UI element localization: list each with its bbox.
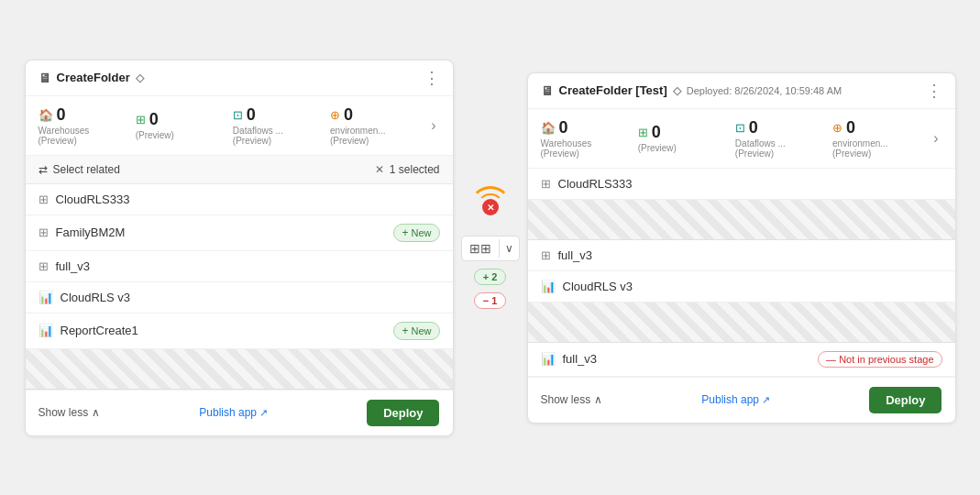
left-stat-warehouse-label: Warehouses(Preview): [39, 126, 90, 146]
right-card-header: 🖥 CreateFolder [Test] ◇ Deployed: 8/26/2…: [528, 73, 955, 109]
left-stat-warehouses: 🏠 0 Warehouses(Preview): [39, 105, 136, 146]
bar-icon: 📊: [39, 324, 53, 337]
left-stat-warehouse-val: 0: [57, 105, 66, 125]
bar-icon: 📊: [541, 280, 556, 293]
select-related-right: ✕ 1 selected: [375, 163, 440, 176]
right-stat-preview: ⊞ 0 (Preview): [638, 123, 735, 153]
list-item[interactable]: ⊞ CloudRLS333: [26, 184, 453, 215]
right-stat-dataflows-label: Dataflows ...(Preview): [735, 138, 786, 159]
left-card-title: 🖥 CreateFolder ◇: [39, 71, 144, 85]
env-icon-right: ⊕: [832, 121, 842, 135]
right-stat-warehouse-val: 0: [559, 118, 568, 138]
grid-icon: ⊞: [541, 177, 551, 191]
warehouse-icon-left: 🏠: [39, 108, 53, 122]
bar-icon: 📊: [39, 291, 53, 304]
compare-chevron-btn[interactable]: ∨: [500, 237, 519, 259]
left-stat-env: ⊕ 0 environmen...(Preview): [330, 105, 427, 146]
diff-badge-plus: + 2: [474, 269, 507, 285]
clear-selection-btn[interactable]: ✕: [375, 163, 384, 176]
left-card-menu[interactable]: ⋮: [424, 70, 440, 86]
right-stat-dataflows: ⊡ 0 Dataflows ...(Preview): [735, 118, 832, 159]
right-card-title-text: CreateFolder [Test]: [559, 83, 667, 97]
left-stat-env-val: 0: [344, 105, 353, 125]
external-link-icon: ↗: [259, 407, 268, 419]
item-left: ⊞ full_v3: [39, 259, 91, 273]
list-item[interactable]: ⊞ FamilyBM2M + New: [26, 215, 453, 251]
left-items-list: ⊞ CloudRLS333 ⊞ FamilyBM2M + New ⊞ full_…: [26, 184, 453, 390]
compare-toggle-btn[interactable]: ⊞⊞: [462, 236, 499, 260]
right-stat-warehouses: 🏠 0 Warehouses(Preview): [541, 118, 638, 159]
select-related-label: Select related: [53, 163, 120, 176]
share-icon: ⇄: [39, 163, 48, 176]
item-name: full_v3: [558, 248, 593, 262]
grid-icon: ⊞: [39, 226, 49, 239]
list-item[interactable]: 📊 ReportCreate1 + New: [26, 314, 453, 349]
right-show-less-button[interactable]: Show less ∧: [541, 393, 603, 406]
right-stat-preview-val: 0: [652, 123, 661, 142]
x-circle: ✕: [482, 199, 499, 215]
right-show-less-label: Show less: [541, 393, 591, 406]
dataflows-icon-right: ⊡: [735, 121, 745, 135]
warehouse-icon-right: 🏠: [541, 121, 556, 135]
left-stats-arrow[interactable]: ›: [427, 114, 439, 138]
deploy-button[interactable]: Deploy: [367, 400, 439, 426]
grid-icon: ⊞: [541, 248, 551, 262]
list-item[interactable]: ⊞ full_v3: [26, 251, 453, 282]
list-item[interactable]: 📊 CloudRLS v3: [26, 282, 453, 314]
badge-new: + New: [393, 224, 439, 242]
badge-not-prev: — Not in previous stage: [818, 351, 941, 368]
preview-icon-right: ⊞: [638, 126, 648, 139]
right-stat-warehouse-label: Warehouses(Preview): [541, 138, 592, 159]
chevron-up-icon-right: ∧: [594, 393, 602, 406]
diff-badge-minus: − 1: [474, 292, 507, 309]
left-stat-dataflows-val: 0: [247, 105, 256, 125]
list-item[interactable]: ⊞ full_v3: [528, 240, 955, 271]
left-stat-env-label: environmen...(Preview): [330, 126, 386, 146]
list-item[interactable]: 📊 full_v3 — Not in previous stage: [528, 343, 955, 377]
left-card-title-text: CreateFolder: [57, 71, 130, 84]
item-name: CloudRLS v3: [563, 280, 633, 293]
striped-placeholder-2: [528, 302, 955, 343]
right-items-list: ⊞ CloudRLS333 ⊞ full_v3 📊 CloudRLS v3: [528, 169, 955, 377]
item-name: FamilyBM2M: [56, 226, 126, 239]
right-card-menu[interactable]: ⋮: [926, 82, 942, 99]
select-related-bar: ⇄ Select related ✕ 1 selected: [26, 156, 453, 184]
right-card-title: 🖥 CreateFolder [Test] ◇ Deployed: 8/26/2…: [541, 83, 842, 98]
left-stats-row: 🏠 0 Warehouses(Preview) ⊞ 0 (Preview) ⊡ …: [26, 96, 453, 156]
item-name: full_v3: [563, 352, 598, 366]
right-deploy-button[interactable]: Deploy: [869, 387, 941, 413]
right-publish-app-link[interactable]: Publish app ↗: [701, 393, 770, 406]
item-name: CloudRLS333: [56, 192, 130, 206]
right-stat-env-label: environmen...(Preview): [832, 138, 888, 159]
publish-app-link[interactable]: Publish app ↗: [199, 406, 268, 419]
left-stat-preview-label: (Preview): [136, 130, 174, 140]
preview-icon-left: ⊞: [136, 113, 146, 126]
left-stat-dataflows-label: Dataflows ...(Preview): [233, 126, 283, 146]
left-stat-preview: ⊞ 0 (Preview): [136, 110, 233, 140]
right-stat-preview-label: (Preview): [638, 143, 677, 153]
compare-controls: ⊞⊞ ∨: [461, 236, 520, 261]
list-item[interactable]: ⊞ CloudRLS333: [528, 169, 955, 200]
left-stat-preview-val: 0: [149, 110, 159, 129]
left-card-footer: Show less ∧ Publish app ↗ Deploy: [26, 390, 453, 435]
item-left: 📊 CloudRLS v3: [39, 291, 131, 304]
item-left: ⊞ full_v3: [541, 248, 593, 262]
item-left: ⊞ CloudRLS333: [541, 177, 633, 191]
right-stat-dataflows-val: 0: [749, 118, 758, 138]
spinner: ✕: [469, 186, 512, 228]
list-item[interactable]: 📊 CloudRLS v3: [528, 271, 955, 302]
grid-icon: ⊞: [39, 259, 49, 273]
badge-new: + New: [393, 322, 439, 340]
select-related-left: ⇄ Select related: [39, 163, 120, 176]
left-stat-dataflows: ⊡ 0 Dataflows ...(Preview): [233, 105, 330, 146]
right-stats-row: 🏠 0 Warehouses(Preview) ⊞ 0 (Preview) ⊡ …: [528, 109, 955, 169]
item-name: ReportCreate1: [61, 324, 138, 337]
middle-area: ✕ ⊞⊞ ∨ + 2 − 1: [461, 186, 520, 309]
right-stats-arrow[interactable]: ›: [930, 126, 941, 150]
item-left: 📊 CloudRLS v3: [541, 280, 633, 293]
show-less-button[interactable]: Show less ∧: [39, 406, 101, 419]
diamond-icon-right: ◇: [673, 84, 681, 97]
right-stat-env-val: 0: [846, 118, 855, 138]
right-card-footer: Show less ∧ Publish app ↗ Deploy: [528, 377, 955, 423]
deployed-text: Deployed: 8/26/2024, 10:59:48 AM: [687, 85, 842, 96]
